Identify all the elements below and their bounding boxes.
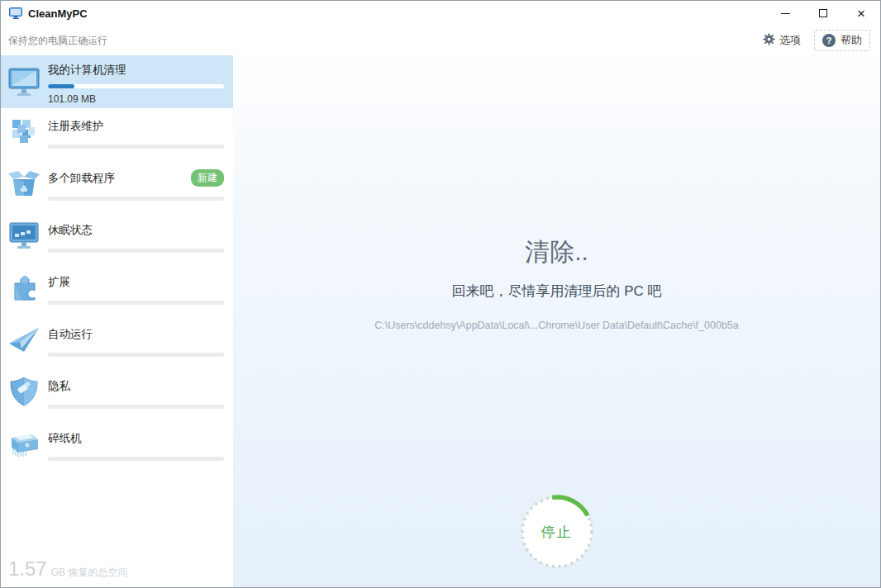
recovered-space-summary: 1.57 GB 恢复的总空间 (8, 557, 127, 581)
help-label: 帮助 (841, 33, 862, 48)
sidebar-item-hibernation[interactable]: 休眠状态 (1, 212, 233, 264)
progress-track (48, 405, 224, 409)
app-body: 我的计算机清理 101.09 MB (1, 55, 880, 587)
app-window: CleanMyPC × 保持您的电脑正确运行 (0, 0, 881, 588)
minimize-icon (781, 13, 790, 14)
title-bar: CleanMyPC × (1, 1, 880, 26)
sidebar-item-label: 注册表维护 (48, 119, 224, 134)
status-subtitle: 回来吧，尽情享用清理后的 PC 吧 (233, 282, 880, 301)
progress-track (48, 249, 224, 253)
recovered-space-value: 1.57 (8, 557, 47, 581)
sidebar-item-label: 我的计算机清理 (48, 63, 224, 78)
cleanup-progress-fill (48, 84, 74, 88)
uninstaller-box-icon (7, 166, 41, 201)
sidebar-item-autorun[interactable]: 自动运行 (1, 316, 233, 368)
main-pane: 清除.. 回来吧，尽情享用清理后的 PC 吧 C:\Users\cddehsy\… (233, 55, 880, 587)
sidebar-item-shredder[interactable]: 碎纸机 (1, 420, 233, 472)
progress-track (48, 353, 224, 357)
new-badge: 新建 (191, 169, 224, 187)
tagline: 保持您的电脑正确运行 (8, 34, 107, 48)
progress-track (48, 145, 224, 149)
gear-icon (763, 33, 775, 48)
header-actions: 选项 ? 帮助 (763, 30, 870, 51)
close-button[interactable]: × (842, 1, 880, 26)
paper-plane-icon (7, 322, 41, 357)
recovered-space-label: GB 恢复的总空间 (51, 566, 128, 580)
maximize-button[interactable] (804, 1, 842, 26)
stop-label: 停止 (541, 523, 573, 542)
options-label: 选项 (779, 33, 801, 48)
close-icon: × (857, 7, 865, 21)
sidebar-item-my-computer-cleaning[interactable]: 我的计算机清理 101.09 MB (1, 55, 233, 108)
registry-icon (7, 114, 41, 149)
question-icon: ? (822, 34, 836, 47)
cleanup-size-value: 101.09 MB (48, 93, 224, 105)
options-button[interactable]: 选项 (763, 33, 801, 48)
monitor-icon (7, 64, 41, 99)
stop-button[interactable]: 停止 (517, 492, 597, 571)
sidebar: 我的计算机清理 101.09 MB (1, 55, 233, 587)
sidebar-item-label: 休眠状态 (48, 223, 224, 238)
sidebar-item-label: 碎纸机 (48, 431, 224, 446)
cleanup-progress-track (48, 84, 224, 88)
sidebar-item-label: 自动运行 (48, 327, 224, 342)
progress-track (48, 457, 224, 461)
sidebar-item-registry-maintenance[interactable]: 注册表维护 (1, 108, 233, 160)
sidebar-item-label: 扩展 (48, 275, 224, 290)
shredder-icon (7, 426, 41, 461)
sidebar-item-multi-uninstaller[interactable]: 多个卸载程序 新建 (1, 160, 233, 212)
status-title: 清除.. (233, 55, 880, 269)
header-bar: 保持您的电脑正确运行 选项 (1, 26, 880, 55)
maximize-icon (819, 9, 827, 17)
sidebar-item-extensions[interactable]: 扩展 (1, 264, 233, 316)
puzzle-icon (7, 270, 41, 305)
minimize-button[interactable] (766, 1, 804, 26)
hibernation-icon (7, 218, 41, 253)
sidebar-item-privacy[interactable]: 隐私 (1, 368, 233, 420)
current-file-path: C:\Users\cddehsy\AppData\Local\...Chrome… (233, 320, 880, 331)
progress-track (48, 301, 224, 305)
app-logo-icon (9, 7, 22, 19)
shield-icon (7, 374, 41, 409)
window-controls: × (766, 1, 880, 26)
app-title: CleanMyPC (28, 7, 88, 20)
progress-track (48, 197, 224, 201)
help-button[interactable]: ? 帮助 (814, 30, 870, 51)
sidebar-item-label: 隐私 (48, 379, 224, 394)
